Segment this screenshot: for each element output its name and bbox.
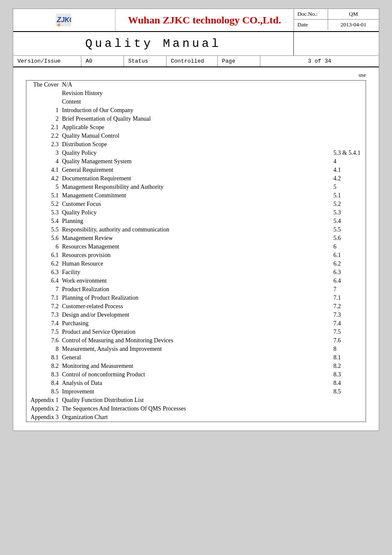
toc-ref: 5.1 bbox=[332, 191, 366, 200]
svg-text:ZJKC: ZJKC bbox=[56, 16, 71, 23]
docno-row: Doc.No.: QM bbox=[294, 9, 379, 20]
toc-ref: 6.1 bbox=[332, 251, 366, 260]
toc-ref: 7.1 bbox=[332, 294, 366, 302]
toc-ref: 8.3 bbox=[332, 370, 366, 379]
toc-title: Planning bbox=[61, 217, 332, 225]
toc-title: Documentation Requirement bbox=[61, 174, 332, 183]
toc-title: Responsibility, authority and communicat… bbox=[61, 225, 332, 234]
toc-number: 7.5 bbox=[26, 328, 61, 336]
toc-number: 6.3 bbox=[26, 268, 61, 277]
toc-row: 6.2Human Resource6.2 bbox=[26, 260, 366, 268]
toc-row: 5.4Planning5.4 bbox=[26, 217, 366, 225]
toc-title: Control of nonconforming Product bbox=[61, 370, 332, 379]
toc-title: Work environment bbox=[61, 277, 332, 285]
toc-ref: 6 bbox=[332, 243, 366, 251]
toc-number: Appendix 2 bbox=[26, 405, 61, 413]
version-value: A0 bbox=[81, 56, 124, 66]
toc-row: 8.4Analysis of Data8.4 bbox=[26, 379, 366, 387]
toc-number bbox=[26, 89, 61, 98]
header-right: Doc.No.: QM Date 2013-04-01 bbox=[294, 9, 379, 31]
toc-ref: 5.3 & 5.4.1 bbox=[332, 149, 366, 157]
toc-title: The Sequences And Interactions Of QMS Pr… bbox=[61, 405, 332, 413]
toc-ref bbox=[332, 140, 366, 149]
toc-row: 5.6Management Review5.6 bbox=[26, 234, 366, 243]
toc-ref bbox=[332, 132, 366, 140]
toc-row: 7.3Design and/or Development7.3 bbox=[26, 311, 366, 319]
toc-number: 2.2 bbox=[26, 132, 61, 140]
toc-title: Quality Management System bbox=[61, 157, 332, 166]
version-row: Version/Issue A0 Status Controlled Page … bbox=[13, 56, 379, 67]
toc-title: Product and Service Operation bbox=[61, 328, 332, 336]
toc-number: 8.1 bbox=[26, 353, 61, 362]
toc-title: Organization Chart bbox=[61, 413, 332, 422]
toc-row: 5.1Management Commitment5.1 bbox=[26, 191, 366, 200]
toc-number: 7.2 bbox=[26, 302, 61, 311]
toc-row: Revision History bbox=[26, 89, 366, 98]
toc-row: 7.5Product and Service Operation7.5 bbox=[26, 328, 366, 336]
company-name-area: Wuhan ZJKC technology CO.,Ltd. bbox=[115, 9, 294, 31]
toc-title: Control of Measuring and Monitoring Devi… bbox=[61, 336, 332, 345]
toc-row: 7.6Control of Measuring and Monitoring D… bbox=[26, 336, 366, 345]
toc-title: Planning of Product Realization bbox=[61, 294, 332, 302]
page-value: 3 of 34 bbox=[260, 56, 379, 66]
toc-ref: 7.6 bbox=[332, 336, 366, 345]
toc-number: The Cover bbox=[26, 81, 61, 90]
toc-ref bbox=[332, 98, 366, 106]
toc-row: 4.1General Requirement4.1 bbox=[26, 166, 366, 174]
toc-row: 3Quality Policy5.3 & 5.4.1 bbox=[26, 149, 366, 157]
toc-row: 6Resources Management6 bbox=[26, 243, 366, 251]
toc-row: 2.2Quality Manual Control bbox=[26, 132, 366, 140]
toc-ref: 5.5 bbox=[332, 225, 366, 234]
toc-title: Measurement, Analysis and Improvement bbox=[61, 345, 332, 353]
toc-row: 4.2Documentation Requirement4.2 bbox=[26, 174, 366, 183]
date-label: Date bbox=[294, 20, 328, 30]
logo-area: ZJKC bbox=[13, 9, 115, 31]
toc-title: Quality Policy bbox=[61, 208, 332, 217]
toc-ref bbox=[332, 89, 366, 98]
toc-row: 2.3Distribution Scope bbox=[26, 140, 366, 149]
toc-title: Applicable Scope bbox=[61, 123, 332, 132]
toc-number: 8.2 bbox=[26, 362, 61, 370]
toc-ref: 4.1 bbox=[332, 166, 366, 174]
document-title: Quality Manual bbox=[13, 32, 294, 55]
toc-ref: 7.3 bbox=[332, 311, 366, 319]
toc-number: Appendix 3 bbox=[26, 413, 61, 422]
toc-number: 5.4 bbox=[26, 217, 61, 225]
toc-row: Content bbox=[26, 98, 366, 106]
date-row: Date 2013-04-01 bbox=[294, 20, 379, 30]
toc-number: 5.2 bbox=[26, 200, 61, 208]
toc-row: 6.1Resources provision6.1 bbox=[26, 251, 366, 260]
toc-number: 3 bbox=[26, 149, 61, 157]
use-label: use bbox=[26, 72, 366, 78]
toc-number: 5.1 bbox=[26, 191, 61, 200]
toc-row: 6.3Facility6.3 bbox=[26, 268, 366, 277]
toc-number: 5.6 bbox=[26, 234, 61, 243]
toc-title: Management Commitment bbox=[61, 191, 332, 200]
toc-ref: 5.2 bbox=[332, 200, 366, 208]
toc-number: 8.5 bbox=[26, 387, 61, 396]
toc-number: 6.2 bbox=[26, 260, 61, 268]
toc-number: 6 bbox=[26, 243, 61, 251]
toc-number: 5.3 bbox=[26, 208, 61, 217]
toc-number: 6.1 bbox=[26, 251, 61, 260]
toc-number: 7.1 bbox=[26, 294, 61, 302]
toc-title: Quality Manual Control bbox=[61, 132, 332, 140]
toc-title: Monitoring and Measurement bbox=[61, 362, 332, 370]
docno-value: QM bbox=[328, 9, 379, 19]
zjkc-logo-icon: ZJKC bbox=[56, 12, 71, 28]
company-name: Wuhan ZJKC technology CO.,Ltd. bbox=[128, 14, 281, 26]
toc-row: 6.4Work environment6.4 bbox=[26, 277, 366, 285]
toc-number: 5 bbox=[26, 183, 61, 191]
toc-title: Resources provision bbox=[61, 251, 332, 260]
toc-title: Analysis of Data bbox=[61, 379, 332, 387]
toc-ref: 4.2 bbox=[332, 174, 366, 183]
toc-number: 5.5 bbox=[26, 225, 61, 234]
toc-row: Appendix 3Organization Chart bbox=[26, 413, 366, 422]
toc-row: 4Quality Management System4 bbox=[26, 157, 366, 166]
toc-ref: 5 bbox=[332, 183, 366, 191]
toc-row: 5.3Quality Policy5.3 bbox=[26, 208, 366, 217]
toc-ref bbox=[332, 115, 366, 123]
toc-ref: 6.2 bbox=[332, 260, 366, 268]
version-label: Version/Issue bbox=[13, 56, 81, 66]
toc-row: 2.1Applicable Scope bbox=[26, 123, 366, 132]
